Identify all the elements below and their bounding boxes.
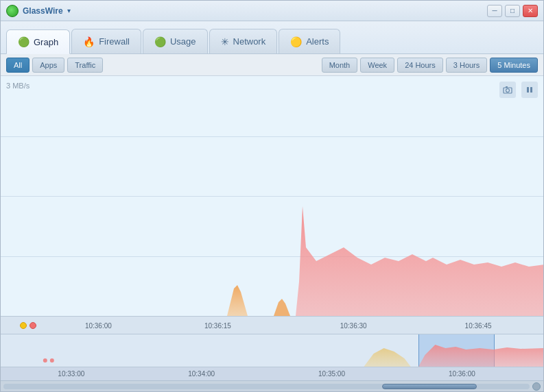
mini-time-label-2: 10:34:00 (188, 370, 215, 378)
orange-bump (274, 299, 290, 316)
maximize-button[interactable]: □ (505, 5, 520, 17)
subtoolbar: All Apps Traffic Month Week 24 Hours 3 H… (1, 54, 543, 76)
time-label-4: 10:36:45 (465, 322, 492, 330)
camera-icon (503, 86, 512, 94)
mini-time-label-1: 10:33:00 (58, 370, 84, 378)
mini-chart-svg (1, 334, 543, 367)
window-controls: ─ □ ✕ (487, 5, 538, 17)
nav-tabs: 🟢 Graph 🔥 Firewall 🟢 Usage ✳ Network 🟡 A… (1, 21, 543, 54)
usage-tab-label: Usage (170, 36, 196, 47)
tab-alerts[interactable]: 🟡 Alerts (279, 29, 340, 53)
tab-network[interactable]: ✳ Network (209, 29, 278, 53)
screenshot-button[interactable] (499, 82, 516, 98)
network-tab-icon: ✳ (221, 36, 229, 47)
mini-event-dot-1 (43, 358, 47, 363)
mini-yellow-area (364, 348, 412, 367)
scrollbar[interactable] (1, 380, 543, 391)
alerts-tab-icon: 🟡 (290, 36, 302, 47)
graph-tab-label: Graph (34, 37, 58, 47)
mini-time-axis: 10:33:00 10:34:00 10:35:00 10:36:00 (1, 367, 543, 380)
event-dot-red (29, 322, 36, 329)
event-dots (20, 322, 36, 329)
svg-point-1 (506, 89, 510, 93)
mini-time-label-4: 10:36:00 (449, 370, 475, 378)
filter-all-button[interactable]: All (6, 58, 29, 73)
titlebar: GlassWire ▾ ─ □ ✕ (1, 1, 543, 21)
app-title: GlassWire (23, 6, 63, 16)
svg-rect-3 (527, 87, 529, 93)
usage-tab-icon: 🟢 (154, 36, 166, 47)
mini-time-label-3: 10:35:00 (318, 370, 345, 378)
time-24hours-button[interactable]: 24 Hours (397, 58, 443, 73)
firewall-tab-label: Firewall (99, 36, 130, 47)
time-label-3: 10:36:30 (340, 322, 367, 330)
main-time-axis: 10:36:00 10:36:15 10:36:30 10:36:45 (1, 316, 543, 334)
chart-toolbar (499, 82, 538, 98)
pause-icon (525, 86, 534, 94)
main-window: GlassWire ▾ ─ □ ✕ 🟢 Graph 🔥 Firewall 🟢 U… (0, 0, 544, 392)
svg-rect-4 (530, 87, 532, 93)
grid-line-1 (1, 136, 543, 137)
close-button[interactable]: ✕ (523, 5, 538, 17)
time-3hours-button[interactable]: 3 Hours (446, 58, 488, 73)
y-axis-label: 3 MB/s (6, 82, 29, 90)
filter-traffic-button[interactable]: Traffic (67, 58, 103, 73)
tab-firewall[interactable]: 🔥 Firewall (71, 29, 141, 53)
alerts-tab-label: Alerts (306, 36, 329, 47)
mini-event-dot-2 (50, 358, 54, 363)
tab-graph[interactable]: 🟢 Graph (6, 29, 70, 54)
time-5minutes-button[interactable]: 5 Minutes (490, 58, 538, 73)
scrollbar-thumb[interactable] (382, 384, 477, 389)
main-traffic-area (296, 206, 543, 316)
main-chart: 3 MB/s (1, 76, 543, 316)
network-tab-label: Network (233, 36, 266, 47)
scrollbar-end-handle[interactable] (532, 382, 541, 391)
time-axis-container: 10:36:00 10:36:15 10:36:30 10:36:45 (1, 317, 543, 334)
graph-tab-icon: 🟢 (18, 36, 29, 47)
mini-pink-area (418, 345, 543, 367)
filter-apps-button[interactable]: Apps (32, 58, 64, 73)
time-month-button[interactable]: Month (322, 58, 358, 73)
titlebar-left: GlassWire ▾ (6, 5, 71, 17)
firewall-tab-icon: 🔥 (83, 36, 95, 47)
app-logo (6, 5, 19, 17)
pause-button[interactable] (521, 82, 538, 98)
time-week-button[interactable]: Week (360, 58, 394, 73)
tab-usage[interactable]: 🟢 Usage (143, 29, 208, 53)
time-label-2: 10:36:15 (204, 322, 231, 330)
title-dropdown-icon[interactable]: ▾ (67, 7, 71, 14)
time-label-1: 10:36:00 (85, 322, 112, 330)
mini-chart: 10:33:00 10:34:00 10:35:00 10:36:00 (1, 334, 543, 380)
scrollbar-track[interactable] (3, 384, 530, 389)
minimize-button[interactable]: ─ (487, 5, 502, 17)
svg-rect-2 (506, 86, 508, 88)
chart-svg (1, 138, 543, 316)
event-dot-yellow (20, 322, 27, 329)
orange-spike (227, 285, 248, 316)
